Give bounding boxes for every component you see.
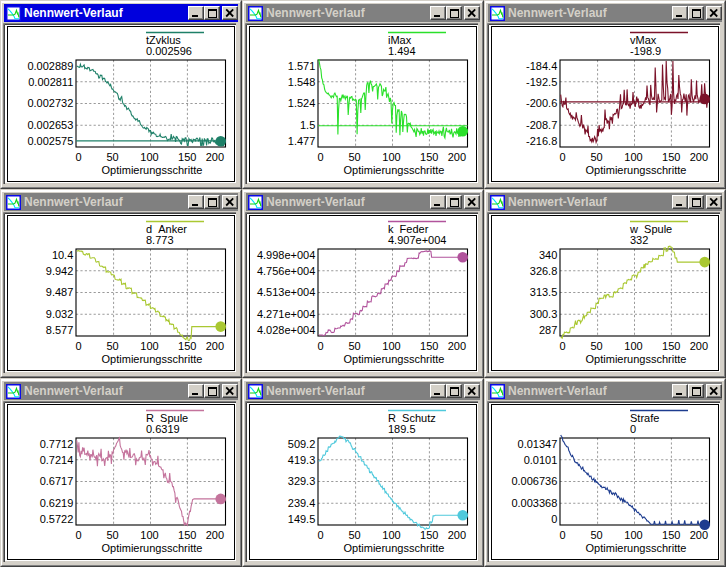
svg-text:0.5722: 0.5722 [40, 513, 74, 525]
svg-text:200: 200 [206, 151, 224, 163]
svg-text:100: 100 [382, 151, 400, 163]
svg-text:0.002732: 0.002732 [27, 97, 73, 109]
svg-text:50: 50 [348, 340, 360, 352]
svg-text:239.4: 239.4 [288, 497, 316, 509]
svg-text:50: 50 [590, 340, 602, 352]
svg-text:100: 100 [624, 340, 642, 352]
svg-text:Optimierungsschritte: Optimierungsschritte [586, 164, 687, 176]
svg-text:-208.7: -208.7 [526, 119, 557, 131]
svg-text:313.5: 313.5 [530, 286, 558, 298]
svg-text:0: 0 [560, 340, 566, 352]
svg-text:-198.9: -198.9 [630, 45, 661, 57]
svg-text:9.487: 9.487 [46, 286, 74, 298]
svg-text:4.756e+004: 4.756e+004 [257, 265, 315, 277]
svg-text:0.002575: 0.002575 [27, 135, 73, 147]
svg-text:Optimierungsschritte: Optimierungsschritte [586, 542, 687, 554]
svg-text:0.002889: 0.002889 [27, 60, 73, 72]
svg-text:50: 50 [106, 151, 118, 163]
svg-text:8.577: 8.577 [46, 324, 74, 336]
svg-text:4.513e+004: 4.513e+004 [257, 286, 315, 298]
svg-text:329.3: 329.3 [288, 475, 316, 487]
svg-text:100: 100 [140, 340, 158, 352]
svg-text:Optimierungsschritte: Optimierungsschritte [102, 542, 203, 554]
svg-text:1.477: 1.477 [288, 135, 316, 147]
svg-text:0: 0 [318, 151, 324, 163]
svg-text:4.998e+004: 4.998e+004 [257, 249, 315, 261]
svg-text:1.524: 1.524 [288, 97, 316, 109]
svg-text:-192.5: -192.5 [526, 76, 557, 88]
svg-text:419.3: 419.3 [288, 454, 316, 466]
svg-text:0.006736: 0.006736 [511, 475, 557, 487]
svg-text:8.773: 8.773 [146, 234, 174, 246]
svg-text:9.032: 9.032 [46, 308, 74, 320]
svg-text:0.002653: 0.002653 [27, 119, 73, 131]
svg-text:150: 150 [178, 340, 196, 352]
svg-text:200: 200 [206, 529, 224, 541]
svg-text:200: 200 [206, 340, 224, 352]
svg-text:Optimierungsschritte: Optimierungsschritte [586, 353, 687, 365]
svg-text:50: 50 [348, 529, 360, 541]
svg-text:200: 200 [448, 151, 466, 163]
svg-text:332: 332 [630, 234, 648, 246]
svg-text:150: 150 [662, 151, 680, 163]
svg-text:-200.6: -200.6 [526, 97, 557, 109]
svg-text:1.571: 1.571 [288, 60, 316, 72]
svg-text:340: 340 [539, 249, 557, 261]
svg-text:150: 150 [178, 529, 196, 541]
svg-text:200: 200 [690, 340, 708, 352]
svg-text:0.6319: 0.6319 [146, 423, 180, 435]
svg-text:-216.8: -216.8 [526, 135, 557, 147]
svg-text:0.7712: 0.7712 [40, 438, 74, 450]
svg-text:0: 0 [318, 529, 324, 541]
svg-text:50: 50 [106, 340, 118, 352]
svg-text:50: 50 [348, 151, 360, 163]
svg-text:300.3: 300.3 [530, 308, 558, 320]
svg-text:100: 100 [624, 151, 642, 163]
svg-text:0.6717: 0.6717 [40, 475, 74, 487]
svg-text:1.548: 1.548 [288, 76, 316, 88]
svg-text:0: 0 [630, 423, 636, 435]
svg-text:150: 150 [420, 529, 438, 541]
svg-text:0: 0 [560, 151, 566, 163]
svg-text:189.5: 189.5 [388, 423, 416, 435]
svg-text:0: 0 [318, 340, 324, 352]
svg-text:100: 100 [624, 529, 642, 541]
svg-text:0.6219: 0.6219 [40, 497, 74, 509]
svg-text:100: 100 [382, 340, 400, 352]
svg-text:0.003368: 0.003368 [511, 497, 557, 509]
svg-text:100: 100 [382, 529, 400, 541]
svg-text:50: 50 [590, 151, 602, 163]
svg-text:0: 0 [76, 529, 82, 541]
svg-text:150: 150 [420, 340, 438, 352]
svg-text:Optimierungsschritte: Optimierungsschritte [344, 353, 445, 365]
svg-text:149.5: 149.5 [288, 513, 316, 525]
svg-text:150: 150 [420, 151, 438, 163]
svg-text:150: 150 [662, 529, 680, 541]
svg-text:200: 200 [690, 151, 708, 163]
svg-text:326.8: 326.8 [530, 265, 558, 277]
svg-text:4.271e+004: 4.271e+004 [257, 308, 315, 320]
svg-text:Optimierungsschritte: Optimierungsschritte [102, 353, 203, 365]
svg-text:0.002811: 0.002811 [28, 76, 73, 88]
svg-text:0.7214: 0.7214 [40, 454, 74, 466]
svg-text:0.002596: 0.002596 [146, 45, 192, 57]
svg-text:0.01347: 0.01347 [518, 438, 558, 450]
svg-text:-184.4: -184.4 [526, 60, 557, 72]
svg-text:4.028e+004: 4.028e+004 [257, 324, 315, 336]
svg-text:150: 150 [662, 340, 680, 352]
svg-text:0: 0 [551, 513, 557, 525]
svg-text:200: 200 [448, 340, 466, 352]
svg-text:287: 287 [539, 324, 557, 336]
svg-text:50: 50 [590, 529, 602, 541]
svg-text:200: 200 [448, 529, 466, 541]
svg-text:509.2: 509.2 [288, 438, 316, 450]
svg-text:0.0101: 0.0101 [524, 454, 558, 466]
svg-text:0: 0 [76, 340, 82, 352]
svg-text:Optimierungsschritte: Optimierungsschritte [344, 164, 445, 176]
svg-text:Optimierungsschritte: Optimierungsschritte [102, 164, 203, 176]
svg-text:150: 150 [178, 151, 196, 163]
svg-text:9.942: 9.942 [46, 265, 74, 277]
svg-text:0: 0 [560, 529, 566, 541]
svg-text:200: 200 [690, 529, 708, 541]
svg-text:4.907e+004: 4.907e+004 [388, 234, 446, 246]
